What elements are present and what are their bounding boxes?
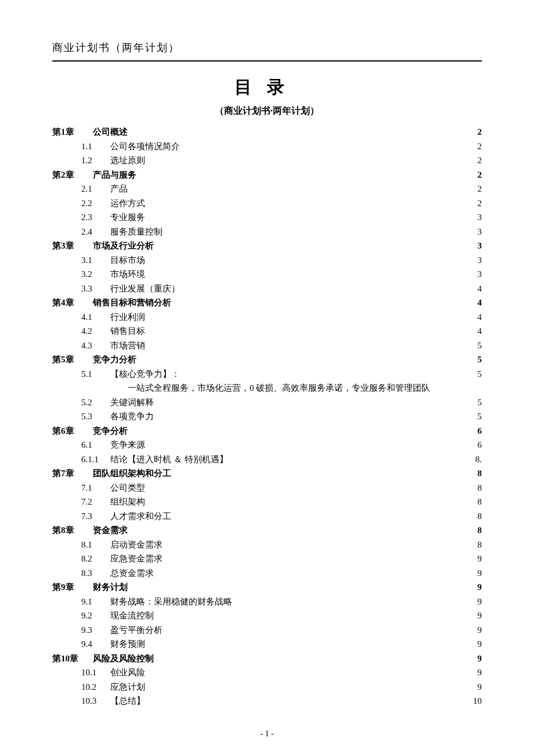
- toc-entry-page: 3: [478, 225, 482, 239]
- toc-entry-title: 启动资金需求: [110, 538, 163, 552]
- toc-entry-page: 4: [478, 325, 482, 338]
- toc-entry-title: 【核心竞争力】：: [110, 368, 180, 381]
- toc-entry-number: 5.3: [81, 410, 110, 423]
- toc-entry-title: 现金流控制: [110, 609, 154, 622]
- toc-entry: 3.2市场环境3: [52, 268, 482, 281]
- toc-entry-title: 财务预测: [110, 638, 145, 651]
- toc-entry-title: 服务质量控制: [110, 225, 163, 239]
- toc-entry-page: 8.: [475, 453, 482, 466]
- toc-entry: 第8章资金需求8: [52, 524, 482, 537]
- toc-entry-title: 公司概述: [93, 125, 128, 139]
- toc-entry-title: 关键词解释: [110, 396, 154, 409]
- toc-entry: 第10章风险及风险控制9: [52, 652, 482, 665]
- toc-entry-title: 总资金需求: [110, 567, 154, 580]
- toc-entry-page: 5: [478, 368, 482, 381]
- toc-entry-number: 5.2: [81, 396, 110, 409]
- toc-entry: 6.1竞争来源6: [52, 438, 482, 452]
- toc-entry: 2.3专业服务3: [52, 211, 482, 224]
- toc-entry: 4.1行业利润4: [52, 311, 482, 324]
- toc-entry-number: 4.1: [81, 311, 110, 324]
- toc-entry: 2.2运作方式2: [52, 197, 482, 210]
- toc-entry-page: 8: [478, 538, 482, 552]
- toc-entry: 第4章销售目标和营销分析4: [52, 296, 482, 309]
- toc-entry: 6.1.1结论【进入时机 ＆ 特别机遇】8.: [52, 453, 482, 466]
- toc-entry-page: 9: [478, 624, 482, 637]
- toc-entry-page: 3: [478, 239, 482, 253]
- toc-entry: 第6章竞争分析6: [52, 424, 482, 438]
- toc-entry-page: 3: [478, 211, 482, 224]
- toc-entry: 7.3人才需求和分工8: [52, 510, 482, 523]
- toc-entry-number: 3.3: [81, 282, 110, 296]
- toc-entry-page: 8: [478, 481, 482, 495]
- toc-entry: 5.1【核心竞争力】：5: [52, 368, 482, 381]
- table-of-contents: 第1章公司概述21.1公司各项情况简介21.2选址原则2第2章产品与服务22.1…: [52, 125, 482, 708]
- toc-entry-page: 9: [478, 681, 482, 694]
- toc-entry-title: 竞争来源: [110, 438, 145, 452]
- toc-entry-title: 选址原则: [110, 154, 145, 167]
- toc-entry: 8.3总资金需求9: [52, 567, 482, 580]
- toc-entry-number: 2.3: [81, 211, 110, 224]
- toc-entry-page: 5: [478, 339, 482, 352]
- toc-entry-number: 2.4: [81, 225, 110, 239]
- toc-entry-number: 9.4: [81, 638, 110, 651]
- toc-entry-title: 运作方式: [110, 197, 145, 210]
- toc-entry-title: 财务战略：采用稳健的财务战略: [110, 595, 232, 609]
- toc-entry-page: 3: [478, 254, 482, 267]
- toc-entry-number: 4.2: [81, 325, 110, 338]
- toc-entry-number: 第7章: [52, 467, 93, 480]
- toc-entry: 7.2组织架构8: [52, 495, 482, 509]
- toc-entry-number: 第10章: [52, 652, 93, 665]
- toc-entry: 第1章公司概述2: [52, 125, 482, 139]
- toc-entry-number: 8.1: [81, 538, 110, 552]
- toc-entry-title: 公司类型: [110, 481, 145, 495]
- toc-entry-number: 7.2: [81, 495, 110, 509]
- toc-entry-number: 第9章: [52, 581, 93, 594]
- toc-entry-page: 2: [478, 125, 482, 139]
- toc-entry-title: 专业服务: [110, 211, 145, 224]
- toc-entry: 第3章市场及行业分析3: [52, 239, 482, 253]
- toc-entry-title: 【总结】: [110, 694, 145, 708]
- toc-entry: 9.2现金流控制9: [52, 609, 482, 622]
- toc-entry-page: 9: [478, 609, 482, 622]
- document-subtitle: （商业计划书·两年计划）: [52, 105, 482, 117]
- toc-entry: 第7章团队组织架构和分工8: [52, 467, 482, 480]
- toc-entry: 5.3各项竞争力5: [52, 410, 482, 423]
- toc-entry-page: 4: [478, 311, 482, 324]
- toc-entry-title: 人才需求和分工: [110, 510, 171, 523]
- toc-entry-page: 4: [478, 282, 482, 296]
- toc-entry-title: 行业利润: [110, 311, 145, 324]
- toc-entry-page: 4: [478, 296, 482, 309]
- toc-entry-title: 竞争分析: [93, 424, 128, 438]
- running-header: 商业计划书（两年计划）: [52, 41, 482, 55]
- toc-entry: 1.1公司各项情况简介2: [52, 140, 482, 153]
- toc-entry-title: 风险及风险控制: [93, 652, 154, 665]
- toc-entry-number: 第6章: [52, 424, 93, 438]
- toc-entry-title: 资金需求: [93, 524, 128, 537]
- toc-entry-title: 公司各项情况简介: [110, 140, 180, 153]
- toc-entry-title: 市场环境: [110, 268, 145, 281]
- toc-entry-title: 结论【进入时机 ＆ 特别机遇】: [110, 453, 228, 466]
- toc-entry: 9.3盈亏平衡分析9: [52, 624, 482, 637]
- document-page: 商业计划书（两年计划） 目录 （商业计划书·两年计划） 第1章公司概述21.1公…: [0, 0, 534, 756]
- toc-entry-page: 3: [478, 268, 482, 281]
- toc-entry: 4.2销售目标4: [52, 325, 482, 338]
- toc-entry: 5.2关键词解释5: [52, 396, 482, 409]
- toc-entry-page: 5: [478, 353, 482, 366]
- toc-entry-number: 2.1: [81, 182, 110, 196]
- toc-entry-title: 组织架构: [110, 495, 145, 509]
- toc-entry-number: 5.1: [81, 368, 110, 381]
- toc-entry-number: 第3章: [52, 239, 93, 253]
- toc-entry-number: 1.1: [81, 140, 110, 153]
- toc-entry-number: 第8章: [52, 524, 93, 537]
- toc-entry-number: 10.3: [81, 694, 110, 708]
- toc-note-text: 一站式全程服务，市场化运营，0 破损、高效率服务承诺，专业服务和管理团队: [128, 381, 430, 395]
- toc-entry-page: 6: [478, 424, 482, 438]
- toc-entry-page: 9: [478, 652, 482, 665]
- toc-entry-number: 第1章: [52, 125, 93, 139]
- toc-entry-number: 9.1: [81, 595, 110, 609]
- toc-entry: 9.4财务预测9: [52, 638, 482, 651]
- toc-entry-page: 2: [478, 154, 482, 167]
- toc-entry-number: 第5章: [52, 353, 93, 366]
- toc-entry-page: 8: [478, 495, 482, 509]
- toc-entry-title: 行业发展（重庆）: [110, 282, 180, 296]
